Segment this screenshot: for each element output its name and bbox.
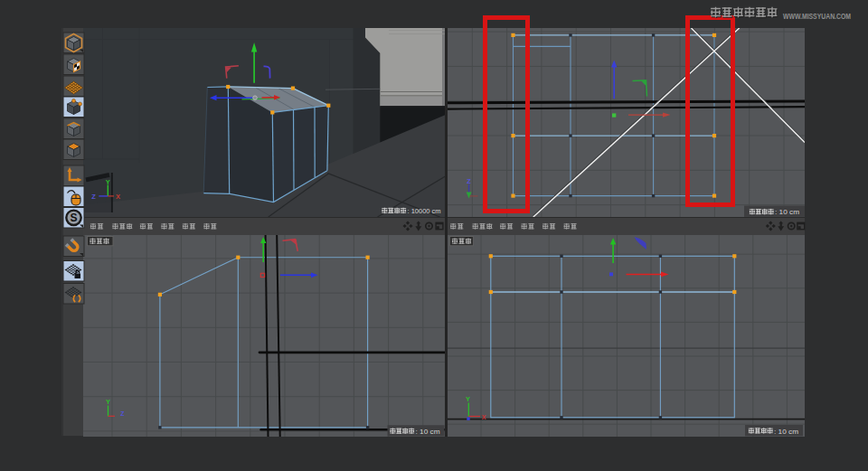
svg-text:WWW.MISSYUAN.COM: WWW.MISSYUAN.COM — [783, 11, 851, 21]
svg-text:: 10 cm: : 10 cm — [416, 428, 440, 436]
svg-text:S: S — [70, 212, 77, 224]
svg-text:: 10 cm: : 10 cm — [775, 208, 799, 216]
svg-text:: 10000 cm: : 10000 cm — [408, 207, 441, 215]
svg-text:: 10 cm: : 10 cm — [774, 428, 798, 436]
